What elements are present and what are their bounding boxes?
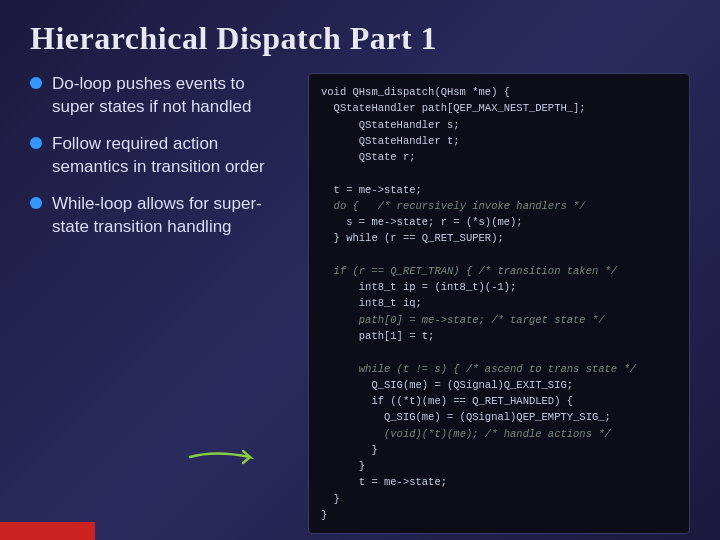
bullet-text-3: While-loop allows for super-state transi… bbox=[52, 193, 290, 239]
bullet-text-1: Do-loop pushes events to super states if… bbox=[52, 73, 290, 119]
red-bar bbox=[0, 522, 95, 540]
left-panel: Do-loop pushes events to super states if… bbox=[30, 73, 300, 534]
bullet-text-2: Follow required action semantics in tran… bbox=[52, 133, 290, 179]
bullet-item-1: Do-loop pushes events to super states if… bbox=[30, 73, 290, 119]
slide-title: Hierarchical Dispatch Part 1 bbox=[30, 20, 690, 57]
bullet-item-3: While-loop allows for super-state transi… bbox=[30, 193, 290, 239]
bullet-item-2: Follow required action semantics in tran… bbox=[30, 133, 290, 179]
code-block: void QHsm_dispatch(QHsm *me) { QStateHan… bbox=[308, 73, 690, 534]
bullet-dot-3 bbox=[30, 197, 42, 209]
arrow-decoration bbox=[185, 445, 265, 470]
bullet-dot-1 bbox=[30, 77, 42, 89]
slide: Hierarchical Dispatch Part 1 Do-loop pus… bbox=[0, 0, 720, 540]
right-panel: void QHsm_dispatch(QHsm *me) { QStateHan… bbox=[300, 73, 690, 534]
bullet-dot-2 bbox=[30, 137, 42, 149]
content-area: Do-loop pushes events to super states if… bbox=[30, 73, 690, 534]
